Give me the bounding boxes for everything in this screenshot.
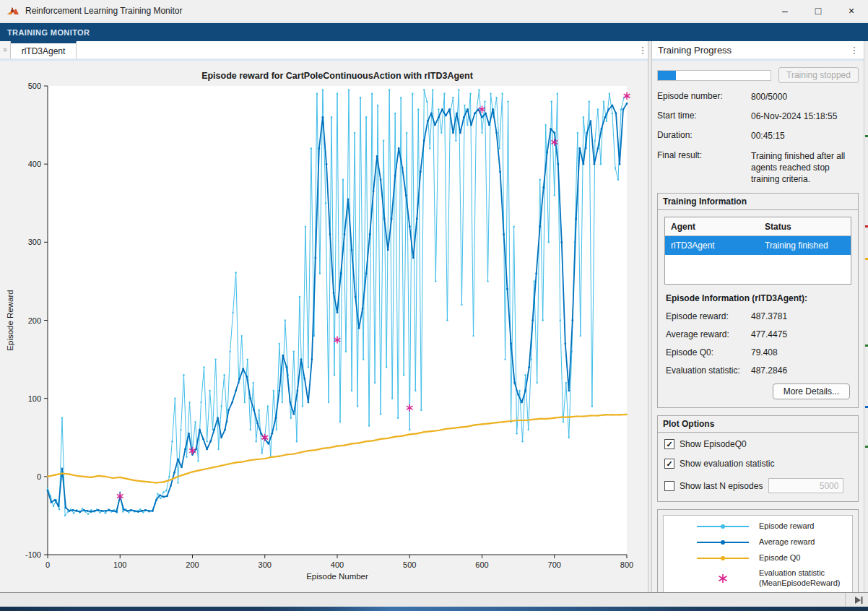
svg-text:0: 0: [45, 560, 50, 569]
window-title: Reinforcement Learning Training Monitor: [25, 6, 182, 16]
legend-entry-average-reward: Average reward: [667, 537, 849, 547]
field-label: Start time:: [657, 110, 751, 122]
figure-area: Episode reward for CartPoleContinuousAct…: [0, 63, 648, 592]
plot-option-show-evaluation-statistic[interactable]: ✓ Show evaluation statistic: [664, 459, 851, 469]
training-plot: Episode reward for CartPoleContinuousAct…: [0, 63, 648, 592]
episode-reward-row: Episode reward: 487.3781: [666, 311, 850, 321]
app-window: Reinforcement Learning Training Monitor …: [0, 0, 868, 611]
svg-text:Episode Reward: Episode Reward: [6, 290, 14, 350]
legend-label: Episode reward: [759, 521, 814, 532]
svg-text:300: 300: [28, 238, 41, 246]
training-information-section: Training Information Agent Status rlTD3A…: [657, 193, 859, 408]
screen-edge-sliver: [864, 41, 868, 592]
field-start-time: Start time: 06-Nov-2024 15:18:55: [657, 110, 859, 122]
column-header-status: Status: [759, 222, 851, 232]
close-button[interactable]: ×: [835, 0, 868, 22]
svg-text:100: 100: [28, 394, 41, 403]
progress-row: Training stopped: [657, 67, 859, 83]
field-value: 06-Nov-2024 15:18:55: [751, 110, 859, 122]
taskbar-sliver: [0, 607, 868, 611]
legend-entry-episode-reward: Episode reward: [667, 521, 849, 532]
training-stopped-button[interactable]: Training stopped: [778, 67, 859, 83]
field-episode-number: Episode number: 800/5000: [657, 91, 859, 103]
agent-status-table: Agent Status rlTD3Agent Training finishe…: [664, 217, 851, 285]
episode-reward-line-sample: [697, 523, 749, 530]
svg-text:500: 500: [28, 82, 41, 90]
svg-text:200: 200: [186, 560, 199, 569]
svg-text:Episode reward for CartPoleCon: Episode reward for CartPoleContinuousAct…: [201, 71, 474, 81]
legend-label: Evaluation statistic (MeanEpisodeReward): [759, 568, 841, 589]
more-details-button[interactable]: More Details...: [773, 384, 850, 399]
field-label: Evaluation statistic:: [666, 365, 751, 376]
training-progress-bar: [657, 70, 771, 81]
legend-entry-evaluation-statistic: Evaluation statistic (MeanEpisodeReward): [667, 568, 849, 589]
field-label: Duration:: [657, 130, 751, 142]
legend-box: Episode reward Average reward Episode Q0: [663, 515, 853, 599]
svg-text:800: 800: [620, 560, 633, 569]
field-label: Episode Q0:: [666, 347, 751, 358]
cell-status: Training finished: [759, 240, 851, 251]
training-progress-panel: Training Progress ⋮ Training stopped Epi…: [652, 41, 864, 592]
evaluation-statistic-row: Evaluation statistic: 487.2846: [666, 365, 850, 376]
plot-options-title: Plot Options: [658, 416, 858, 433]
table-row[interactable]: rlTD3Agent Training finished: [665, 236, 851, 255]
legend-section: Episode reward Average reward Episode Q0: [657, 509, 859, 605]
maximize-button[interactable]: □: [802, 0, 835, 22]
skip-to-end-icon[interactable]: [854, 595, 864, 605]
toolstrip-tab-training-monitor[interactable]: TRAINING MONITOR: [0, 28, 97, 37]
field-label: Episode reward:: [666, 311, 751, 321]
field-value: 477.4475: [751, 329, 787, 339]
training-information-title: Training Information: [658, 194, 858, 210]
average-reward-line-sample: [697, 539, 749, 546]
checkbox-icon[interactable]: ✓: [664, 459, 674, 469]
table-header-row: Agent Status: [665, 217, 851, 236]
minimize-button[interactable]: –: [768, 0, 802, 22]
column-header-agent: Agent: [665, 222, 759, 232]
legend-entry-episode-q0: Episode Q0: [667, 553, 849, 563]
field-label: Average reward:: [666, 329, 751, 339]
svg-text:Episode Number: Episode Number: [306, 572, 368, 581]
field-duration: Duration: 00:45:15: [657, 130, 859, 142]
panel-overflow-icon[interactable]: ⋮: [845, 45, 864, 56]
tab-rltd3agent[interactable]: rlTD3Agent: [11, 41, 77, 58]
field-value: 00:45:15: [751, 130, 859, 142]
document-tab-bar: ≡ rlTD3Agent ⋮: [0, 41, 652, 61]
episode-information-title: Episode Information (rlTD3Agent):: [666, 293, 850, 303]
field-label: Episode number:: [657, 91, 751, 103]
matlab-logo-icon: [6, 4, 19, 17]
status-bar: [0, 592, 868, 607]
field-value: 487.3781: [751, 311, 787, 321]
training-progress-fill: [658, 71, 676, 80]
field-value: Training finished after all agents reach…: [751, 150, 859, 186]
field-value: 79.408: [751, 347, 778, 358]
last-n-episodes-input[interactable]: [768, 478, 843, 493]
average-reward-row: Average reward: 477.4475: [666, 329, 850, 339]
svg-text:400: 400: [331, 560, 344, 569]
checkbox-label: Show EpisodeQ0: [680, 439, 747, 449]
checkbox-icon[interactable]: ✓: [664, 439, 674, 449]
document-menu-icon[interactable]: ≡: [0, 41, 11, 58]
svg-text:0: 0: [37, 472, 41, 481]
svg-text:300: 300: [259, 560, 272, 569]
checkbox-label: Show last N episodes: [680, 481, 763, 491]
legend-label: Episode Q0: [759, 553, 800, 563]
svg-text:100: 100: [113, 560, 126, 569]
cell-agent: rlTD3Agent: [665, 240, 759, 251]
plot-option-show-episodeq0[interactable]: ✓ Show EpisodeQ0: [664, 439, 851, 449]
svg-text:500: 500: [403, 560, 416, 569]
window-controls: – □ ×: [768, 0, 868, 22]
status-bar-divider: [845, 593, 846, 607]
episode-q0-line-sample: [697, 555, 749, 562]
table-empty-area: [665, 255, 851, 284]
svg-text:600: 600: [475, 560, 488, 569]
plot-options-section: Plot Options ✓ Show EpisodeQ0 ✓ Show eva…: [657, 415, 859, 502]
checkbox-label: Show evaluation statistic: [680, 459, 774, 469]
title-bar: Reinforcement Learning Training Monitor …: [0, 0, 868, 22]
field-value: 487.2846: [751, 365, 787, 376]
svg-text:700: 700: [548, 560, 561, 569]
checkbox-icon[interactable]: [664, 481, 674, 491]
panel-header: Training Progress ⋮: [652, 41, 864, 61]
panel-title: Training Progress: [658, 45, 732, 56]
plot-option-show-last-n-episodes[interactable]: Show last N episodes: [664, 478, 851, 493]
svg-text:200: 200: [28, 316, 41, 325]
